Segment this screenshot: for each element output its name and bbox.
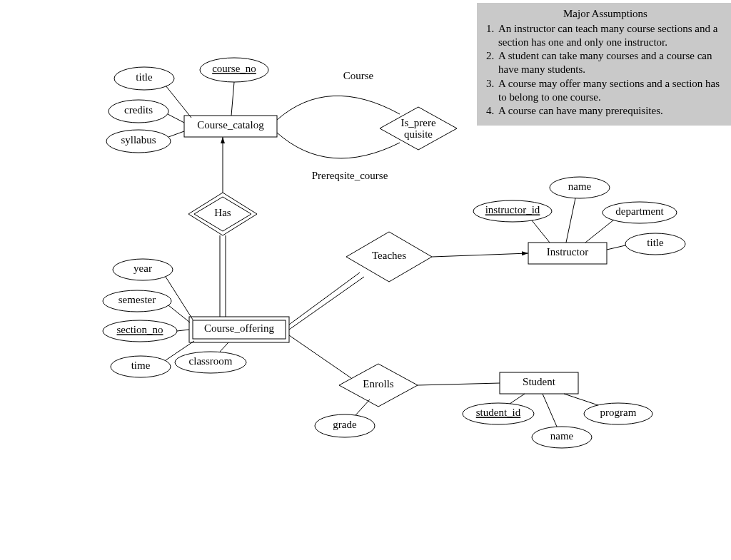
attr-credits-label: credits (124, 104, 153, 116)
attr-syllabus-label: syllabus (121, 134, 156, 146)
relationship-is-prerequisite-label-1: Is_prere (400, 117, 435, 128)
edge-prereq-role (277, 133, 400, 158)
attr-year-label: year (133, 263, 152, 274)
entity-instructor-label: Instructor (547, 246, 588, 258)
entity-student-label: Student (523, 376, 556, 387)
entity-student: Student (500, 372, 578, 394)
svg-line-31 (532, 220, 550, 243)
assumptions-box: Major Assumptions An instructor can teac… (477, 3, 731, 126)
attr-credits: credits (109, 100, 184, 123)
attr-semester-label: semester (119, 294, 156, 305)
attr-syllabus: syllabus (106, 130, 184, 153)
attr-section-no-label: section_no (117, 324, 163, 335)
attr-semester: semester (103, 290, 190, 322)
attr-department-label: department (615, 205, 664, 217)
assumption-item: An instructor can teach many course sect… (497, 22, 727, 49)
attr-inst-title: title (607, 233, 685, 255)
relationship-has-label: Has (214, 207, 231, 218)
svg-line-23 (177, 330, 189, 331)
assumption-item: A course may offer many sections and a s… (497, 77, 727, 104)
svg-line-27 (220, 342, 228, 352)
attr-grade: grade (315, 399, 375, 437)
relationship-teaches: Teaches (346, 232, 432, 282)
attr-course-no-label: course_no (212, 63, 256, 74)
entity-course-catalog: Course_catalog (184, 116, 277, 137)
svg-line-33 (566, 198, 575, 243)
er-diagram-canvas: Course_catalog Course_offering Instructo… (0, 0, 731, 560)
attr-instructor-id: instructor_id (473, 200, 552, 243)
edge-offering-teaches-b (289, 277, 364, 330)
attr-stud-name-label: name (550, 430, 574, 442)
edge-teaches-instructor (432, 253, 528, 257)
attr-grade-label: grade (333, 419, 357, 430)
svg-line-29 (356, 399, 370, 415)
svg-line-37 (607, 245, 625, 250)
attr-inst-name-label: name (568, 180, 592, 192)
entity-course-offering-label: Course_offering (204, 322, 275, 334)
attr-time-label: time (131, 360, 151, 371)
svg-line-41 (543, 394, 557, 427)
attr-program-label: program (600, 407, 637, 418)
relationship-is-prerequisite: Is_prere quisite (380, 107, 457, 150)
attr-title-label: title (136, 71, 153, 83)
entity-course-offering: Course_offering (189, 317, 289, 342)
attr-stud-name: name (532, 394, 592, 448)
svg-line-39 (510, 394, 525, 404)
assumption-item: A student can take many courses and a co… (497, 49, 727, 76)
relationship-enrolls-label: Enrolls (363, 378, 393, 390)
attr-student-id: student_id (463, 394, 534, 424)
svg-line-35 (585, 220, 614, 243)
edge-offering-teaches-a (289, 273, 360, 325)
attr-instructor-id-label: instructor_id (485, 204, 540, 215)
svg-line-17 (168, 131, 184, 137)
relationship-teaches-label: Teaches (372, 250, 406, 261)
edge-enrolls-student (418, 383, 500, 385)
attr-section-no: section_no (103, 320, 189, 342)
relationship-enrolls: Enrolls (339, 364, 418, 407)
svg-line-43 (564, 394, 598, 405)
assumption-item: A course can have many prerequisites. (497, 104, 727, 118)
role-label-course: Course (343, 70, 374, 81)
attr-inst-title-label: title (647, 237, 664, 248)
role-label-prereq-course: Prereqsite_course (312, 170, 388, 181)
svg-line-11 (231, 82, 234, 116)
edge-offering-enrolls (289, 335, 351, 378)
entity-course-catalog-label: Course_catalog (197, 119, 264, 131)
relationship-is-prerequisite-label-2: quisite (404, 128, 433, 140)
svg-line-13 (166, 86, 191, 118)
attr-course-no: course_no (200, 58, 268, 116)
attr-inst-name: name (550, 177, 610, 243)
attr-classroom-label: classroom (189, 355, 233, 367)
svg-line-15 (168, 114, 184, 123)
entity-instructor: Instructor (528, 243, 607, 264)
attr-student-id-label: student_id (476, 407, 521, 418)
assumptions-title: Major Assumptions (484, 7, 727, 21)
assumptions-list: An instructor can teach many course sect… (484, 22, 727, 118)
attr-program: program (564, 394, 652, 424)
edge-course-role (277, 96, 400, 120)
relationship-has: Has (188, 193, 257, 235)
svg-line-21 (168, 305, 190, 322)
